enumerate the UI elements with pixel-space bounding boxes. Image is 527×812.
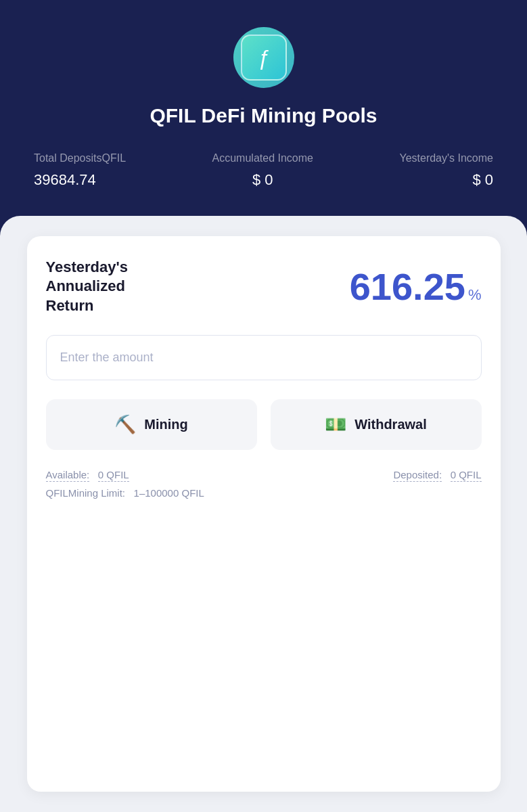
limit-value: 1–100000 QFIL — [134, 487, 204, 499]
action-buttons: ⛏️ Mining 💵 Withdrawal — [46, 399, 482, 450]
withdrawal-button-label: Withdrawal — [354, 417, 427, 432]
stat-accumulated-income-label: Accumulated Income — [212, 152, 313, 166]
return-percent: % — [468, 286, 482, 304]
main-card: Yesterday'sAnnualizedReturn 616.25 % ⛏️ … — [27, 236, 501, 792]
info-row: Available: 0 QFIL Deposited: 0 QFIL — [46, 469, 482, 480]
limit-info: QFILMining Limit: 1–100000 QFIL — [46, 487, 482, 499]
return-value-container: 616.25 % — [350, 268, 482, 306]
logo-circle: ƒ — [233, 27, 294, 88]
return-value: 616.25 — [350, 268, 465, 306]
app-title: QFIL DeFi Mining Pools — [150, 104, 377, 127]
stats-row: Total DepositsQFIL 39684.74 Accumulated … — [27, 152, 500, 189]
deposited-value: 0 QFIL — [451, 469, 482, 482]
available-value: 0 QFIL — [98, 469, 129, 482]
mining-button[interactable]: ⛏️ Mining — [46, 399, 257, 450]
withdrawal-button[interactable]: 💵 Withdrawal — [271, 399, 482, 450]
amount-input[interactable] — [46, 335, 482, 380]
logo-symbol: ƒ — [258, 45, 270, 70]
available-info: Available: 0 QFIL — [46, 469, 129, 480]
stat-yesterday-income-value: $ 0 — [472, 171, 493, 189]
stat-total-deposits-value: 39684.74 — [34, 171, 96, 189]
deposited-label: Deposited: — [393, 469, 442, 482]
mining-button-label: Mining — [144, 417, 187, 432]
withdrawal-icon: 💵 — [325, 414, 346, 435]
top-section: ƒ QFIL DeFi Mining Pools Total DepositsQ… — [0, 0, 527, 229]
bottom-section: Yesterday'sAnnualizedReturn 616.25 % ⛏️ … — [0, 216, 527, 812]
available-label: Available: — [46, 469, 90, 482]
mining-icon: ⛏️ — [114, 414, 136, 435]
stat-total-deposits-label: Total DepositsQFIL — [34, 152, 126, 166]
return-row: Yesterday'sAnnualizedReturn 616.25 % — [46, 258, 482, 316]
stat-total-deposits: Total DepositsQFIL 39684.74 — [34, 152, 126, 189]
stat-accumulated-income-value: $ 0 — [252, 171, 273, 189]
stat-yesterday-income: Yesterday's Income $ 0 — [399, 152, 493, 189]
deposited-info: Deposited: 0 QFIL — [393, 469, 481, 480]
logo-inner: ƒ — [241, 35, 287, 81]
stat-yesterday-income-label: Yesterday's Income — [399, 152, 493, 166]
stat-accumulated-income: Accumulated Income $ 0 — [212, 152, 313, 189]
return-label: Yesterday'sAnnualizedReturn — [46, 258, 128, 316]
limit-label: QFILMining Limit: — [46, 487, 126, 499]
